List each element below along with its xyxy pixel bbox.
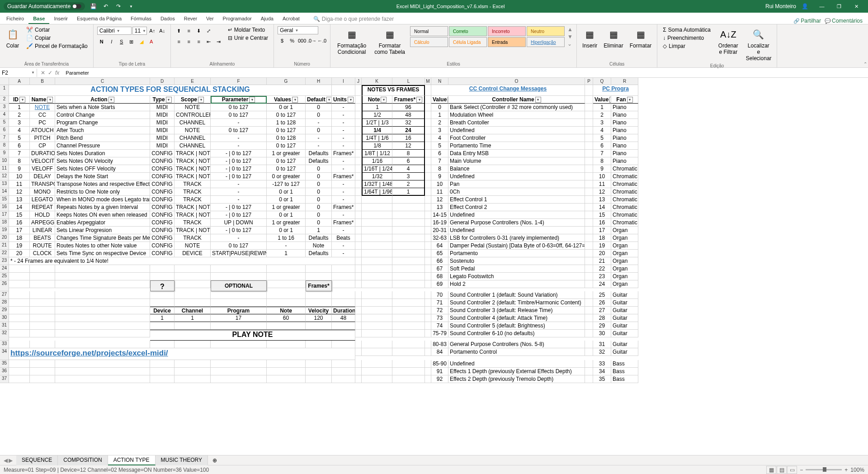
- align-middle-icon[interactable]: ≡: [184, 26, 193, 35]
- row-header[interactable]: 20: [0, 234, 9, 242]
- table-header[interactable]: ID▾: [9, 96, 30, 104]
- table-header[interactable]: Value▾: [431, 96, 448, 104]
- decrease-decimal-icon[interactable]: ←.0: [317, 36, 326, 45]
- table-header[interactable]: Value▾: [593, 96, 611, 104]
- format-cells-button[interactable]: ▦Formatar: [628, 26, 654, 50]
- minimize-button[interactable]: —: [814, 0, 830, 13]
- col-header[interactable]: I: [332, 78, 355, 85]
- add-sheet-button[interactable]: ⊕: [208, 457, 222, 464]
- close-button[interactable]: ✕: [848, 0, 864, 13]
- find-select-button[interactable]: 🔍Localizar e Selecionar: [744, 26, 773, 62]
- style-linked[interactable]: Célula Ligada: [449, 37, 487, 47]
- help-button[interactable]: ?: [150, 280, 175, 291]
- style-normal[interactable]: Normal: [410, 26, 448, 36]
- row-header[interactable]: 16: [0, 204, 9, 211]
- font-size-combo[interactable]: 11▼: [132, 27, 147, 35]
- table-header[interactable]: Type▾: [150, 96, 175, 104]
- orientation-icon[interactable]: ⤢: [204, 26, 213, 35]
- bold-button[interactable]: N: [97, 37, 106, 46]
- cancel-formula-icon[interactable]: ✕: [41, 70, 45, 76]
- row-header[interactable]: 37: [0, 375, 9, 383]
- col-header[interactable]: P: [585, 78, 593, 85]
- row-header[interactable]: 26: [0, 280, 9, 291]
- row-header[interactable]: 34: [0, 348, 9, 360]
- sheet-tab[interactable]: COMPOSITION: [58, 455, 108, 465]
- filter-icon[interactable]: ▾: [326, 97, 332, 103]
- filter-icon[interactable]: ▾: [198, 97, 204, 103]
- menu-ver[interactable]: Ver: [202, 14, 218, 24]
- col-header[interactable]: H: [306, 78, 332, 85]
- user-name[interactable]: Rui Monteiro: [765, 3, 796, 9]
- menu-programador[interactable]: Programador: [218, 14, 256, 24]
- zoom-percent[interactable]: 100%: [850, 467, 864, 473]
- table-header[interactable]: Fan▾: [611, 96, 638, 104]
- formula-input[interactable]: Parameter: [63, 69, 868, 76]
- row-header[interactable]: 30: [0, 314, 9, 322]
- insert-cells-button[interactable]: ▦Inserir: [580, 26, 599, 50]
- filter-icon[interactable]: ▾: [348, 97, 354, 103]
- restore-button[interactable]: ❐: [831, 0, 847, 13]
- filter-icon[interactable]: ▾: [249, 97, 255, 103]
- row-header[interactable]: 32: [0, 330, 9, 341]
- menu-fórmulas[interactable]: Fórmulas: [126, 14, 156, 24]
- filter-icon[interactable]: ▾: [19, 97, 25, 103]
- style-correct[interactable]: Correto: [449, 26, 487, 36]
- filter-icon[interactable]: ▾: [381, 97, 387, 103]
- align-center-icon[interactable]: ≡: [184, 37, 193, 46]
- style-input[interactable]: Entrada: [488, 37, 526, 47]
- fx-icon[interactable]: fx: [55, 70, 59, 76]
- style-incorrect[interactable]: Incorreto: [488, 26, 526, 36]
- sheet-area[interactable]: ABCDEFGHIJKLMNOPQR1ACTION TYPES FOR SEQU…: [0, 78, 868, 455]
- row-header[interactable]: 9: [0, 150, 9, 157]
- undo-icon[interactable]: ↶: [101, 2, 110, 11]
- styles-down-icon[interactable]: ▼: [567, 33, 573, 40]
- row-header[interactable]: 33: [0, 341, 9, 348]
- table-header[interactable]: Action▾: [55, 96, 150, 104]
- copy-button[interactable]: 📄Copiar: [24, 34, 90, 42]
- menu-ficheiro[interactable]: Ficheiro: [2, 14, 28, 24]
- fill-color-button[interactable]: ◢: [137, 37, 146, 46]
- col-header[interactable]: J: [355, 78, 362, 85]
- row-header[interactable]: 18: [0, 219, 9, 227]
- title-cc[interactable]: CC Control Change Messages: [431, 85, 585, 96]
- wrap-text-button[interactable]: ↵Moldar Texto: [226, 26, 270, 33]
- row-header[interactable]: 15: [0, 196, 9, 204]
- border-button[interactable]: ⊞: [127, 37, 136, 46]
- zoom-slider[interactable]: [806, 469, 842, 470]
- row-header[interactable]: 21: [0, 242, 9, 250]
- row-header[interactable]: 3: [0, 104, 9, 111]
- comments-button[interactable]: 💬 Comentários: [825, 18, 863, 24]
- row-header[interactable]: 13: [0, 180, 9, 188]
- row-header[interactable]: 17: [0, 211, 9, 219]
- filter-icon[interactable]: ▾: [535, 97, 541, 103]
- row-header[interactable]: 10: [0, 157, 9, 165]
- row-header[interactable]: 5: [0, 119, 9, 127]
- italic-button[interactable]: I: [107, 37, 116, 46]
- number-format-combo[interactable]: Geral▼: [278, 26, 318, 34]
- col-header[interactable]: D: [150, 78, 175, 85]
- col-header[interactable]: L: [392, 78, 425, 85]
- align-left-icon[interactable]: ≡: [175, 37, 184, 46]
- row-header[interactable]: 1: [0, 85, 9, 96]
- qat-dropdown-icon[interactable]: ▼: [127, 2, 136, 11]
- table-header[interactable]: Controller Name▾: [448, 96, 585, 104]
- delete-cells-button[interactable]: ▦Eliminar: [602, 26, 625, 50]
- increase-font-icon[interactable]: A↑: [148, 26, 157, 35]
- filter-icon[interactable]: ▾: [108, 97, 114, 103]
- row-header[interactable]: 36: [0, 368, 9, 375]
- clear-button[interactable]: ◇Limpar: [661, 43, 712, 50]
- filter-icon[interactable]: ▾: [292, 97, 298, 103]
- indent-right-icon[interactable]: ⇥: [214, 37, 223, 46]
- col-header[interactable]: C: [55, 78, 150, 85]
- title-pc[interactable]: PC Progra: [593, 85, 638, 96]
- col-header[interactable]: M: [425, 78, 431, 85]
- increase-decimal-icon[interactable]: .0→: [307, 36, 316, 45]
- tab-prev-icon[interactable]: ◀: [4, 457, 8, 464]
- col-header[interactable]: A: [9, 78, 30, 85]
- menu-rever[interactable]: Rever: [179, 14, 202, 24]
- frames-button[interactable]: Frames*: [306, 280, 332, 291]
- redo-icon[interactable]: ↷: [114, 2, 123, 11]
- styles-up-icon[interactable]: ▲: [567, 26, 573, 33]
- align-right-icon[interactable]: ≡: [194, 37, 203, 46]
- autosum-button[interactable]: ΣSoma Automática: [661, 26, 712, 33]
